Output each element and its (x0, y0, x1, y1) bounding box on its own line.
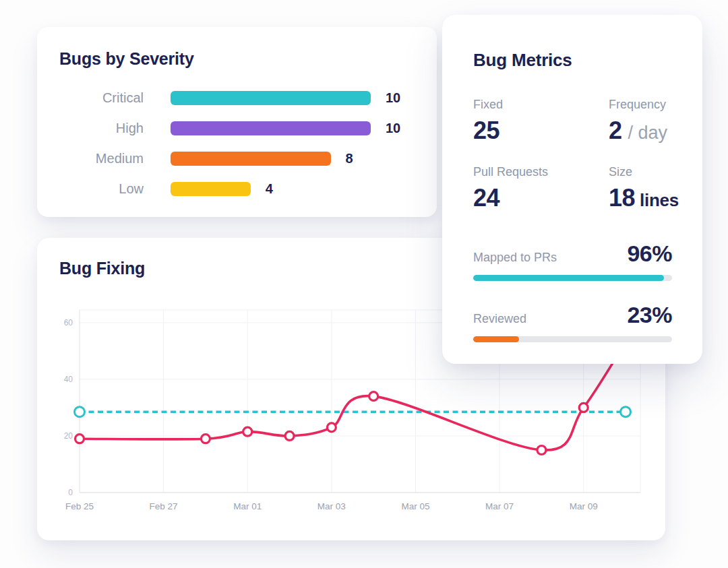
data-point-mar-01[interactable] (243, 427, 252, 436)
bug-metrics-card: Bug Metrics Fixed 25 Frequency 2 / day P… (442, 15, 702, 364)
severity-value-low: 4 (266, 181, 273, 197)
severity-label-low: Low (37, 181, 144, 197)
severity-bar-chart: Critical 10 High 10 Medium 8 Low 4 (37, 83, 437, 204)
severity-label-critical: Critical (37, 90, 144, 106)
x-axis-tick-feb-27: Feb 27 (150, 501, 178, 511)
y-axis-tick-40: 40 (64, 375, 73, 384)
stat-size-label: Size (609, 165, 679, 179)
bugs-by-severity-card: Bugs by Severity Critical 10 High 10 Med… (37, 27, 437, 217)
data-point-mar-04[interactable] (369, 392, 378, 401)
progress-mapped-to-prs: Mapped to PRs 96% (473, 241, 672, 281)
stat-frequency-label: Frequency (609, 98, 679, 112)
progress-mapped-fill (473, 275, 664, 281)
data-point-mar-03[interactable] (327, 423, 336, 432)
stat-size: Size 18 lines (609, 165, 679, 212)
x-axis-tick-mar-07: Mar 07 (485, 501, 514, 511)
x-axis-tick-mar-09: Mar 09 (570, 501, 598, 511)
severity-row-low: Low 4 (37, 174, 437, 204)
data-point-mar-08[interactable] (537, 445, 546, 454)
progress-reviewed: Reviewed 23% (473, 302, 672, 342)
average-line-end-marker (621, 407, 631, 417)
stat-frequency-value: 2 (609, 117, 622, 145)
severity-value-medium: 8 (346, 151, 353, 166)
x-axis-tick-mar-05: Mar 05 (401, 501, 429, 511)
severity-label-high: High (37, 121, 144, 136)
severity-bar-low[interactable] (171, 182, 251, 196)
stat-fixed-value: 25 (473, 117, 499, 145)
data-point-mar-02[interactable] (285, 431, 294, 440)
stat-pull-requests-label: Pull Requests (473, 165, 609, 179)
progress-mapped-percent: 96% (627, 241, 672, 267)
stat-size-value: 18 (609, 184, 635, 212)
progress-reviewed-label: Reviewed (473, 312, 526, 326)
severity-label-medium: Medium (37, 151, 144, 166)
average-line-start-marker (75, 407, 85, 417)
severity-bar-high[interactable] (171, 121, 371, 135)
x-axis-tick-mar-01: Mar 01 (233, 501, 262, 511)
severity-row-medium: Medium 8 (37, 144, 437, 174)
stat-size-unit: lines (640, 190, 679, 211)
stat-frequency-unit: / day (628, 123, 668, 144)
severity-bar-medium[interactable] (171, 152, 331, 166)
stat-fixed: Fixed 25 (473, 98, 609, 145)
stat-pull-requests-value: 24 (473, 184, 499, 212)
y-axis-tick-60: 60 (64, 318, 73, 327)
stat-pull-requests: Pull Requests 24 (473, 165, 609, 212)
progress-mapped-track (473, 275, 672, 281)
severity-row-high: High 10 (37, 113, 437, 144)
progress-reviewed-fill (473, 336, 519, 342)
y-axis-tick-20: 20 (64, 431, 73, 441)
bugs-by-severity-title: Bugs by Severity (59, 49, 437, 69)
y-axis-tick-0: 0 (68, 488, 73, 497)
x-axis-tick-feb-25: Feb 25 (65, 501, 94, 511)
progress-mapped-label: Mapped to PRs (473, 251, 557, 265)
bug-metrics-title: Bug Metrics (473, 50, 672, 71)
progress-reviewed-track (473, 336, 672, 342)
data-point-feb-25[interactable] (75, 435, 84, 443)
progress-reviewed-percent: 23% (627, 302, 672, 328)
x-axis-tick-mar-03: Mar 03 (317, 501, 346, 511)
severity-bar-critical[interactable] (171, 91, 371, 105)
bug-dashboard: Bugs by Severity Critical 10 High 10 Med… (0, 0, 728, 568)
data-point-feb-28[interactable] (201, 435, 210, 443)
stat-frequency: Frequency 2 / day (609, 98, 679, 145)
severity-value-high: 10 (386, 121, 400, 136)
severity-value-critical: 10 (386, 90, 400, 106)
severity-row-critical: Critical 10 (37, 83, 437, 113)
stat-fixed-label: Fixed (473, 98, 609, 112)
metrics-stats-grid: Fixed 25 Frequency 2 / day Pull Requests… (473, 98, 672, 212)
data-point-mar-09[interactable] (579, 403, 588, 412)
